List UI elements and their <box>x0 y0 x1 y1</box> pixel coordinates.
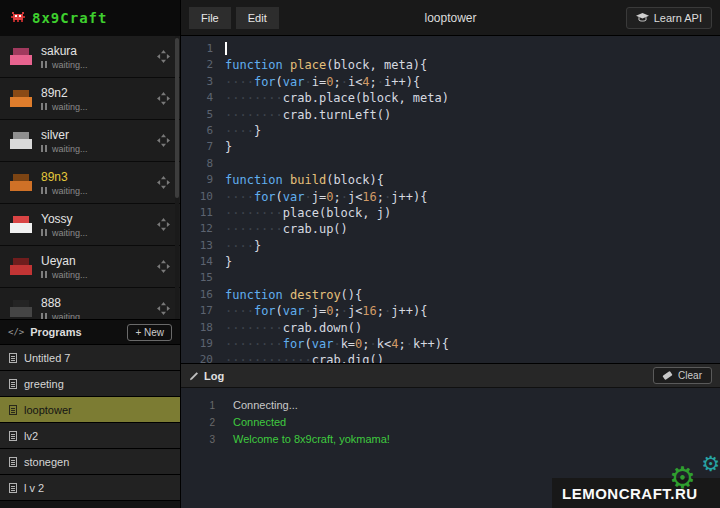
program-item[interactable]: l v 2 <box>0 475 180 501</box>
player-row[interactable]: silverwaiting... <box>0 120 180 162</box>
player-name: Yossy <box>41 212 157 226</box>
player-status-row: waiting... <box>41 228 157 238</box>
code-text: ········crab.up() <box>225 221 348 237</box>
code-editor[interactable]: 12function place(block, meta){3····for(v… <box>181 36 720 363</box>
code-line[interactable]: 15 <box>181 270 720 286</box>
code-line[interactable]: 14} <box>181 254 720 270</box>
player-name: Ueyan <box>41 254 157 268</box>
code-line[interactable]: 6····} <box>181 123 720 139</box>
program-label: Untitled 7 <box>24 352 70 364</box>
line-number: 20 <box>181 352 225 363</box>
graduation-cap-icon <box>636 13 649 22</box>
program-item[interactable]: looptower <box>0 397 180 423</box>
program-item[interactable]: stonegen <box>0 449 180 475</box>
code-text: } <box>225 254 232 270</box>
code-line[interactable]: 19········for(var·k=0;·k<4;·k++){ <box>181 336 720 352</box>
compass-icon[interactable] <box>157 302 170 315</box>
player-row[interactable]: sakurawaiting... <box>0 36 180 78</box>
program-label: stonegen <box>24 456 69 468</box>
code-line[interactable]: 11········place(block, j) <box>181 205 720 221</box>
player-row[interactable]: Yossywaiting... <box>0 204 180 246</box>
line-number: 3 <box>181 74 225 90</box>
code-text: function build(block){ <box>225 172 384 188</box>
compass-icon[interactable] <box>157 176 170 189</box>
player-avatar <box>10 258 32 275</box>
scrollbar-thumb[interactable] <box>175 38 179 198</box>
learn-api-label: Learn API <box>654 12 702 24</box>
pencil-icon <box>189 371 199 381</box>
player-info: Ueyanwaiting... <box>41 254 157 280</box>
code-line[interactable]: 7} <box>181 139 720 155</box>
code-line[interactable]: 20············crab.dig() <box>181 352 720 363</box>
player-info: 89n3waiting... <box>41 170 157 196</box>
line-number: 6 <box>181 123 225 139</box>
player-status: waiting... <box>52 270 88 280</box>
code-text: function place(block, meta){ <box>225 57 427 73</box>
code-text: ····} <box>225 238 261 254</box>
player-status-row: waiting... <box>41 270 157 280</box>
player-status-row: waiting... <box>41 102 157 112</box>
compass-icon[interactable] <box>157 50 170 63</box>
code-text: ····for(var·j=0;·j<16;·j++){ <box>225 189 427 205</box>
code-text: ········place(block, j) <box>225 205 391 221</box>
log-header: Log Clear <box>181 364 720 388</box>
code-line[interactable]: 8 <box>181 156 720 172</box>
program-item[interactable]: Untitled 7 <box>0 345 180 371</box>
code-line[interactable]: 13····} <box>181 238 720 254</box>
code-line[interactable]: 10····for(var·j=0;·j<16;·j++){ <box>181 189 720 205</box>
edit-menu-button[interactable]: Edit <box>236 7 279 29</box>
player-row[interactable]: 89n3waiting... <box>0 162 180 204</box>
line-number: 15 <box>181 270 225 286</box>
player-avatar <box>10 90 32 107</box>
log-line-number: 3 <box>181 431 233 448</box>
file-icon <box>9 431 17 441</box>
player-row[interactable]: 888waiting... <box>0 288 180 319</box>
program-label: l v 2 <box>24 482 44 494</box>
log-message: Connected <box>233 414 286 431</box>
compass-icon[interactable] <box>157 134 170 147</box>
pause-icon <box>41 313 48 319</box>
code-line[interactable]: 3····for(var·i=0;·i<4;·i++){ <box>181 74 720 90</box>
code-line[interactable]: 18········crab.down() <box>181 320 720 336</box>
code-line[interactable]: 9function build(block){ <box>181 172 720 188</box>
log-title: Log <box>204 370 224 382</box>
player-avatar <box>10 132 32 149</box>
player-info: Yossywaiting... <box>41 212 157 238</box>
line-number: 18 <box>181 320 225 336</box>
player-row[interactable]: 89n2waiting... <box>0 78 180 120</box>
player-name: sakura <box>41 44 157 58</box>
player-avatar <box>10 174 32 191</box>
line-number: 7 <box>181 139 225 155</box>
clear-log-button[interactable]: Clear <box>653 367 712 384</box>
code-line[interactable]: 1 <box>181 41 720 57</box>
line-number: 2 <box>181 57 225 73</box>
logo-text: 8x9Craft <box>32 10 107 26</box>
code-line[interactable]: 2function place(block, meta){ <box>181 57 720 73</box>
player-info: 89n2waiting... <box>41 86 157 112</box>
file-menu-button[interactable]: File <box>189 7 231 29</box>
compass-icon[interactable] <box>157 218 170 231</box>
line-number: 8 <box>181 156 225 172</box>
learn-api-button[interactable]: Learn API <box>626 7 712 29</box>
compass-icon[interactable] <box>157 92 170 105</box>
program-list: Untitled 7greetinglooptowerlv2stonegenl … <box>0 345 180 501</box>
line-number: 13 <box>181 238 225 254</box>
player-list: sakurawaiting...89n2waiting...silverwait… <box>0 36 180 319</box>
new-program-button[interactable]: + New <box>127 324 172 341</box>
player-avatar <box>10 48 32 65</box>
gear-icon: ⚙ <box>669 463 696 493</box>
file-icon <box>9 379 17 389</box>
logo: 8x9Craft <box>0 0 181 36</box>
code-line[interactable]: 12········crab.up() <box>181 221 720 237</box>
player-status-row: waiting... <box>41 144 157 154</box>
code-line[interactable]: 5········crab.turnLeft() <box>181 107 720 123</box>
code-line[interactable]: 16function destroy(){ <box>181 287 720 303</box>
code-icon: </> <box>8 327 24 337</box>
code-line[interactable]: 17····for(var·j=0;·j<16;·j++){ <box>181 303 720 319</box>
code-line[interactable]: 4········crab.place(block, meta) <box>181 90 720 106</box>
compass-icon[interactable] <box>157 260 170 273</box>
player-status: waiting... <box>52 186 88 196</box>
program-item[interactable]: lv2 <box>0 423 180 449</box>
player-row[interactable]: Ueyanwaiting... <box>0 246 180 288</box>
program-item[interactable]: greeting <box>0 371 180 397</box>
